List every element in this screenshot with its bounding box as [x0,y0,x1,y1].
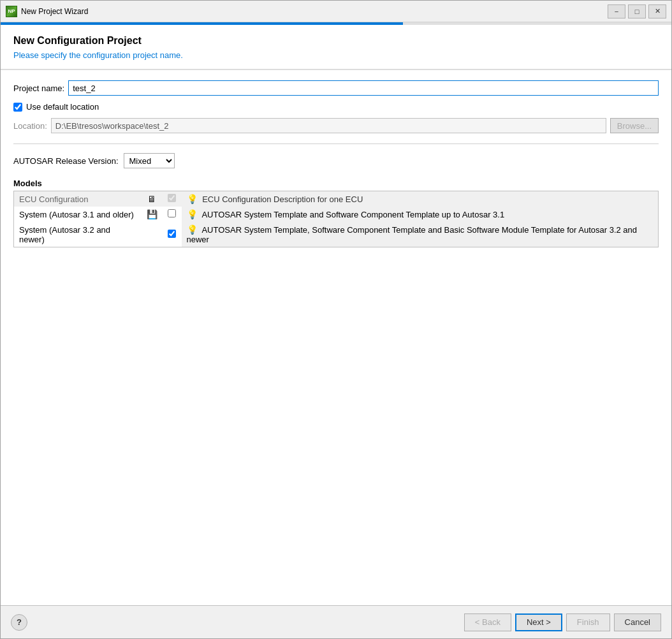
progress-area [1,22,671,25]
system31-icon: 💾 [147,209,157,219]
page-subtitle: Please specify the configuration project… [13,50,659,60]
model-icon-system32 [142,222,163,247]
model-desc-ecu: 💡 ECU Configuration Description for one … [182,191,659,207]
models-section: Models ECU Configuration 🖥 [13,179,659,247]
window-controls: − □ ✕ [608,4,666,18]
progress-bar [1,22,403,25]
model-icon-ecu: 🖥 [142,191,163,207]
separator [13,143,659,144]
app-icon: NP [6,6,17,17]
model-check-system31[interactable] [163,207,182,222]
system31-checkbox[interactable] [168,209,176,217]
table-row: System (Autosar 3.1 and older) 💾 💡 [14,207,659,222]
project-name-row: Project name: [13,80,659,96]
models-table: ECU Configuration 🖥 💡 E [13,191,659,247]
model-desc-system32: 💡 AUTOSAR System Template, Software Comp… [182,222,659,247]
autosar-version-select[interactable]: Mixed 4.x 3.x [124,153,175,168]
finish-button[interactable]: Finish [566,613,610,631]
table-row: ECU Configuration 🖥 💡 E [14,191,659,207]
help-button[interactable]: ? [11,614,27,631]
location-label: Location: [13,121,47,131]
next-button[interactable]: Next > [515,613,562,631]
ecu-checkbox [168,194,176,202]
navigation-buttons: < Back Next > Finish Cancel [464,613,661,631]
form-area: Project name: Use default location Locat… [1,70,671,605]
table-row: System (Autosar 3.2 and newer) 💡 [14,222,659,247]
model-name-ecu: ECU Configuration [14,191,142,207]
use-default-location-checkbox[interactable] [13,103,22,112]
models-label: Models [13,179,659,188]
content-wrapper: New Configuration Project Please specify… [1,25,671,605]
model-icon-system31: 💾 [142,207,163,222]
minimize-button[interactable]: − [608,4,625,18]
model-check-ecu [163,191,182,207]
location-input[interactable] [51,118,606,133]
model-name-system32: System (Autosar 3.2 and newer) [14,222,142,247]
project-name-label: Project name: [13,84,64,93]
tip-icon-system31: 💡 [187,209,198,219]
location-row: Location: Browse... [13,118,659,133]
maximize-button[interactable]: □ [628,4,646,18]
system32-checkbox[interactable] [168,230,176,238]
default-location-row: Use default location [13,102,659,112]
tip-icon-system32: 💡 [187,224,198,235]
tip-icon-ecu: 💡 [187,194,198,204]
page-title: New Configuration Project [13,35,659,47]
autosar-label: AUTOSAR Release Version: [13,156,119,166]
title-bar: NP New Project Wizard − □ ✕ [1,1,671,22]
close-button[interactable]: ✕ [648,4,666,18]
autosar-row: AUTOSAR Release Version: Mixed 4.x 3.x [13,153,659,168]
title-bar-text: New Project Wizard [21,7,608,16]
header-section: New Configuration Project Please specify… [1,25,671,70]
browse-button[interactable]: Browse... [610,118,659,133]
button-bar: ? < Back Next > Finish Cancel [1,605,671,638]
back-button[interactable]: < Back [464,613,511,631]
project-name-input[interactable] [68,80,659,96]
ecu-icon: 🖥 [147,194,156,204]
cancel-button[interactable]: Cancel [614,613,661,631]
model-desc-system31: 💡 AUTOSAR System Template and Software C… [182,207,659,222]
use-default-location-label[interactable]: Use default location [26,102,99,112]
model-name-system31: System (Autosar 3.1 and older) [14,207,142,222]
model-check-system32[interactable] [163,222,182,247]
main-panel: New Configuration Project Please specify… [1,25,671,605]
